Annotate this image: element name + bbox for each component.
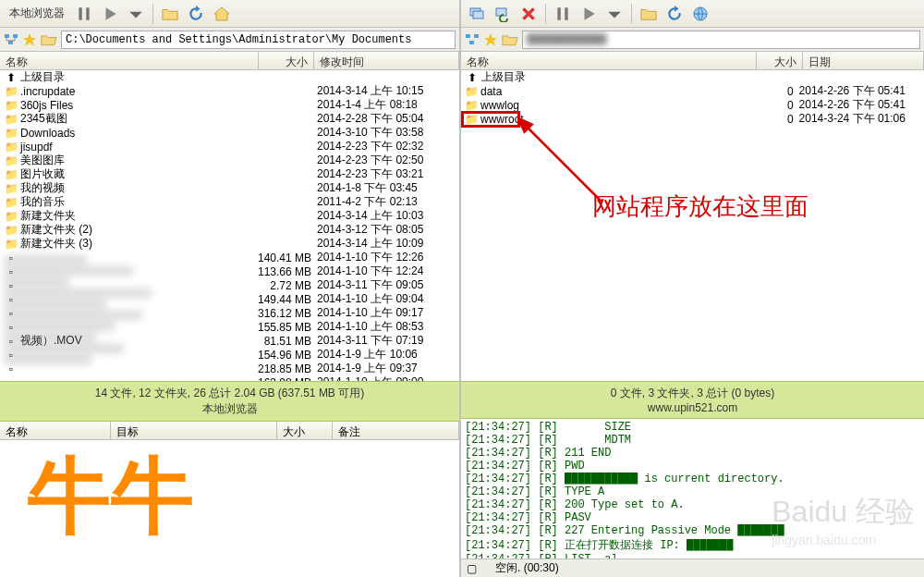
home-button[interactable]: [210, 3, 234, 25]
globe-button[interactable]: [688, 3, 712, 25]
file-row[interactable]: ▫163.98 MB2014-1-10 上午 09:00: [0, 375, 459, 381]
file-row[interactable]: 📁我的视频2014-1-8 下午 03:45: [0, 181, 459, 195]
file-row[interactable]: 📁新建文件夹 (3)2014-3-14 上午 10:09: [0, 237, 459, 251]
svg-marker-2: [106, 7, 116, 20]
file-row[interactable]: 📁jisupdf2014-2-23 下午 02:32: [0, 140, 459, 153]
left-pathbar: C:\Documents and Settings\Administrator\…: [0, 28, 459, 52]
dropdown-button[interactable]: [124, 3, 148, 25]
svg-rect-6: [8, 41, 13, 44]
file-row[interactable]: 📁360js Files2014-1-4 上午 08:18: [0, 98, 459, 112]
svg-rect-5: [13, 34, 18, 38]
right-path-input[interactable]: ████████████: [522, 31, 920, 49]
folder-button[interactable]: [158, 3, 182, 25]
right-path-hidden: ████████████: [527, 33, 606, 46]
pause-button[interactable]: [72, 3, 96, 25]
file-row[interactable]: 📁Downloads2014-3-10 下午 03:58: [0, 126, 459, 140]
left-column-headers: 名称 大小 修改时间: [0, 52, 459, 70]
lh-size[interactable]: 大小: [277, 422, 333, 439]
play-button[interactable]: [98, 3, 122, 25]
open-folder-icon: [41, 32, 57, 47]
reconnect-button[interactable]: [491, 3, 515, 25]
file-row[interactable]: 📁2345截图2014-2-28 下午 05:04: [0, 112, 459, 126]
right-status: 0 文件, 3 文件夹, 3 总计 (0 bytes) www.upin521.…: [461, 381, 924, 419]
col-date-r[interactable]: 日期: [803, 52, 924, 69]
col-name-r[interactable]: 名称: [461, 52, 757, 69]
col-mtime[interactable]: 修改时间: [314, 52, 459, 69]
svg-rect-11: [557, 7, 560, 20]
file-row[interactable]: 📁我的音乐2011-4-2 下午 02:13: [0, 195, 459, 209]
left-status-line2: 本地浏览器: [4, 401, 456, 417]
console-line: [21:34:27] [R] PASV: [465, 511, 920, 524]
svg-rect-12: [565, 7, 567, 20]
left-toolbar: 本地浏览器: [0, 0, 459, 28]
svg-rect-16: [466, 34, 470, 38]
col-name[interactable]: 名称: [0, 52, 259, 69]
right-toolbar: [461, 0, 924, 28]
svg-rect-4: [5, 34, 9, 38]
col-size-r[interactable]: 大小: [757, 52, 803, 69]
file-row[interactable]: 📁.incrupdate2014-3-14 上午 10:15: [0, 84, 459, 98]
console-line: [21:34:27] [R] 227 Entering Passive Mode…: [465, 524, 920, 537]
left-lower-body: 牛牛: [0, 440, 459, 577]
connect-button[interactable]: [465, 3, 489, 25]
console-line: [21:34:27] [R] TYPE A: [465, 485, 920, 498]
svg-marker-14: [608, 11, 621, 18]
tree-icon[interactable]: [465, 32, 480, 47]
annotation-text: 网站程序放在这里面: [592, 190, 808, 223]
left-status: 14 文件, 12 文件夹, 26 总计 2.04 GB (637.51 MB …: [0, 381, 459, 422]
left-path-input[interactable]: C:\Documents and Settings\Administrator\…: [61, 31, 456, 49]
lh-name[interactable]: 名称: [0, 422, 111, 439]
lh-note[interactable]: 备注: [333, 422, 459, 439]
left-path-text: C:\Documents and Settings\Administrator\…: [66, 33, 411, 46]
svg-rect-9: [473, 11, 483, 18]
toolbar-sep: [152, 4, 153, 24]
star-icon[interactable]: [483, 32, 498, 47]
parent-dir-row[interactable]: ⬆上级目录: [0, 70, 459, 84]
svg-rect-0: [79, 7, 81, 20]
niuniu-logo: 牛牛: [28, 440, 194, 553]
star-icon[interactable]: [22, 32, 37, 47]
play-button-r[interactable]: [577, 3, 601, 25]
svg-marker-13: [585, 7, 595, 20]
right-pathbar: ████████████: [461, 28, 924, 52]
right-pane: ████████████ 名称 大小 日期 ⬆上级目录 📁data02014-2…: [461, 0, 924, 577]
disconnect-button[interactable]: [517, 3, 541, 25]
pause-button-r[interactable]: [551, 3, 575, 25]
console-line: [21:34:27] [R] 211 END: [465, 447, 920, 460]
refresh-button-r[interactable]: [663, 3, 687, 25]
console-line: [21:34:27] [R] PWD: [465, 460, 920, 473]
left-lower-headers: 名称 目标 大小 备注: [0, 422, 459, 440]
left-status-line1: 14 文件, 12 文件夹, 26 总计 2.04 GB (637.51 MB …: [4, 386, 456, 401]
tree-icon[interactable]: [4, 32, 18, 47]
bottom-statusbar: ▢ 空闲. (00:30): [461, 559, 924, 577]
refresh-button[interactable]: [184, 3, 208, 25]
col-size[interactable]: 大小: [259, 52, 314, 69]
console-line: [21:34:27] [R] SIZE: [465, 421, 920, 434]
left-pane-title: 本地浏览器: [9, 6, 65, 21]
file-row[interactable]: 📁美图图库2014-2-23 下午 02:50: [0, 153, 459, 167]
lh-target[interactable]: 目标: [111, 422, 277, 439]
parent-dir-row[interactable]: ⬆上级目录: [461, 70, 924, 84]
folder-button-r[interactable]: [637, 3, 661, 25]
bottom-tab-icon[interactable]: ▢: [467, 562, 477, 575]
file-row[interactable]: 📁图片收藏2014-2-23 下午 03:21: [0, 167, 459, 181]
svg-rect-1: [86, 7, 89, 20]
svg-rect-18: [469, 41, 474, 44]
dropdown-button-r[interactable]: [602, 3, 626, 25]
right-status-line2: www.upin521.com: [465, 401, 920, 414]
left-file-list[interactable]: ⬆上级目录 📁.incrupdate2014-3-14 上午 10:15📁360…: [0, 70, 459, 381]
annotation-arrow: [518, 118, 611, 211]
svg-line-20: [526, 126, 602, 202]
console-line: [21:34:27] [R] 正在打开数据连接 IP: ███████: [465, 537, 920, 553]
right-status-line1: 0 文件, 3 文件夹, 3 总计 (0 bytes): [465, 386, 920, 401]
file-row[interactable]: 📁data02014-2-26 下午 05:41: [461, 84, 924, 98]
console-line: [21:34:27] [R] MDTM: [465, 434, 920, 447]
svg-marker-3: [129, 11, 142, 18]
right-file-list[interactable]: ⬆上级目录 📁data02014-2-26 下午 05:41📁wwwlog020…: [461, 70, 924, 381]
file-row[interactable]: 📁wwwroot02014-3-24 下午 01:06: [461, 112, 924, 126]
file-row[interactable]: 📁新建文件夹 (2)2014-3-12 下午 08:05: [0, 223, 459, 237]
ftp-console[interactable]: [21:34:27] [R] SIZE[21:34:27] [R] MDTM[2…: [461, 419, 924, 559]
file-row[interactable]: 📁新建文件夹2014-3-14 上午 10:03: [0, 209, 459, 223]
console-line: [21:34:27] [R] ███████████ is current di…: [465, 473, 920, 485]
file-row[interactable]: 📁wwwlog02014-2-26 下午 05:41: [461, 98, 924, 112]
